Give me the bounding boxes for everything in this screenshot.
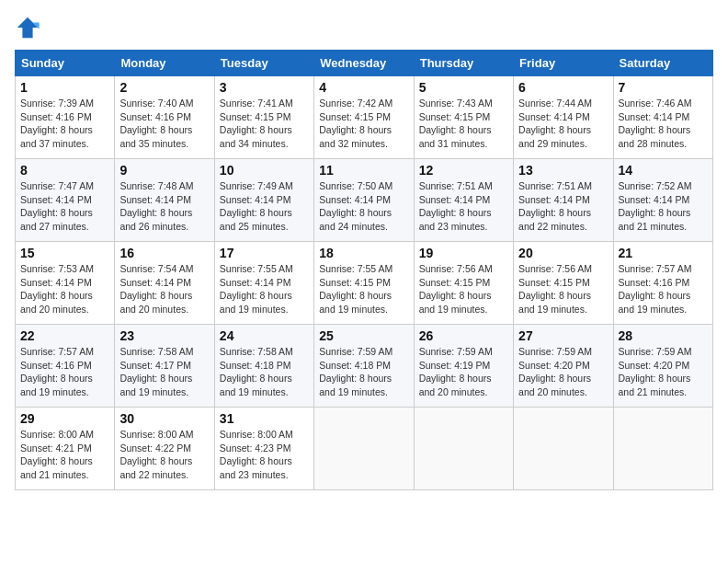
calendar-cell: 8Sunrise: 7:47 AMSunset: 4:14 PMDaylight… [16,159,115,242]
calendar-cell: 30Sunrise: 8:00 AMSunset: 4:22 PMDayligh… [115,408,214,490]
day-info: Sunrise: 7:54 AMSunset: 4:14 PMDaylight:… [119,262,209,316]
calendar-day-header: Thursday [414,51,513,76]
calendar-cell: 2Sunrise: 7:40 AMSunset: 4:16 PMDaylight… [115,76,214,159]
calendar-cell [314,408,414,490]
day-number: 10 [220,163,309,178]
day-info: Sunrise: 7:59 AMSunset: 4:18 PMDaylight:… [319,345,408,399]
day-number: 21 [619,246,708,260]
day-info: Sunrise: 7:51 AMSunset: 4:14 PMDaylight:… [518,179,608,234]
day-info: Sunrise: 7:49 AMSunset: 4:14 PMDaylight:… [220,179,309,234]
day-number: 23 [119,328,209,343]
day-info: Sunrise: 7:43 AMSunset: 4:15 PMDaylight:… [419,97,508,151]
calendar-week-row: 29Sunrise: 8:00 AMSunset: 4:21 PMDayligh… [16,408,713,490]
day-number: 28 [619,328,708,343]
day-number: 12 [419,163,508,178]
day-number: 2 [119,80,209,95]
calendar-day-header: Monday [115,51,214,76]
day-info: Sunrise: 7:55 AMSunset: 4:15 PMDaylight:… [319,262,408,316]
calendar-cell: 22Sunrise: 7:57 AMSunset: 4:16 PMDayligh… [16,325,115,408]
day-info: Sunrise: 7:50 AMSunset: 4:14 PMDaylight:… [319,179,408,234]
day-info: Sunrise: 7:44 AMSunset: 4:14 PMDaylight:… [518,97,608,151]
day-number: 13 [518,163,608,178]
day-info: Sunrise: 7:56 AMSunset: 4:15 PMDaylight:… [419,262,508,316]
day-info: Sunrise: 7:59 AMSunset: 4:20 PMDaylight:… [619,345,708,399]
calendar-cell: 21Sunrise: 7:57 AMSunset: 4:16 PMDayligh… [613,242,712,325]
day-info: Sunrise: 7:59 AMSunset: 4:19 PMDaylight:… [419,345,508,399]
day-number: 26 [419,328,508,343]
day-number: 31 [220,411,309,426]
calendar-cell [613,408,712,490]
logo [15,15,44,40]
day-number: 14 [619,163,708,178]
day-number: 20 [518,246,608,260]
calendar-cell: 27Sunrise: 7:59 AMSunset: 4:20 PMDayligh… [514,325,613,408]
calendar-cell: 14Sunrise: 7:52 AMSunset: 4:14 PMDayligh… [613,159,712,242]
day-info: Sunrise: 7:40 AMSunset: 4:16 PMDaylight:… [119,97,209,151]
calendar-cell: 10Sunrise: 7:49 AMSunset: 4:14 PMDayligh… [214,159,313,242]
calendar-cell [514,408,613,490]
calendar-week-row: 1Sunrise: 7:39 AMSunset: 4:16 PMDaylight… [16,76,713,159]
day-info: Sunrise: 8:00 AMSunset: 4:22 PMDaylight:… [119,428,209,482]
calendar-day-header: Friday [514,51,613,76]
day-info: Sunrise: 7:51 AMSunset: 4:14 PMDaylight:… [419,179,508,234]
calendar-cell: 5Sunrise: 7:43 AMSunset: 4:15 PMDaylight… [414,76,513,159]
day-info: Sunrise: 7:55 AMSunset: 4:14 PMDaylight:… [220,262,309,316]
calendar-cell: 9Sunrise: 7:48 AMSunset: 4:14 PMDaylight… [115,159,214,242]
calendar-week-row: 22Sunrise: 7:57 AMSunset: 4:16 PMDayligh… [16,325,713,408]
day-number: 9 [119,163,209,178]
calendar-cell: 16Sunrise: 7:54 AMSunset: 4:14 PMDayligh… [115,242,214,325]
day-info: Sunrise: 7:58 AMSunset: 4:17 PMDaylight:… [119,345,209,399]
calendar-week-row: 8Sunrise: 7:47 AMSunset: 4:14 PMDaylight… [16,159,713,242]
calendar-day-header: Sunday [16,51,115,76]
day-number: 16 [119,246,209,260]
calendar-cell: 19Sunrise: 7:56 AMSunset: 4:15 PMDayligh… [414,242,513,325]
calendar-table: SundayMondayTuesdayWednesdayThursdayFrid… [15,50,713,490]
calendar-cell: 28Sunrise: 7:59 AMSunset: 4:20 PMDayligh… [613,325,712,408]
calendar-header-row: SundayMondayTuesdayWednesdayThursdayFrid… [16,51,713,76]
day-number: 5 [419,80,508,95]
calendar-cell: 24Sunrise: 7:58 AMSunset: 4:18 PMDayligh… [214,325,313,408]
day-info: Sunrise: 7:52 AMSunset: 4:14 PMDaylight:… [619,179,708,234]
calendar-cell: 26Sunrise: 7:59 AMSunset: 4:19 PMDayligh… [414,325,513,408]
calendar-week-row: 15Sunrise: 7:53 AMSunset: 4:14 PMDayligh… [16,242,713,325]
calendar-cell: 3Sunrise: 7:41 AMSunset: 4:15 PMDaylight… [214,76,313,159]
day-number: 25 [319,328,408,343]
day-number: 4 [319,80,408,95]
day-info: Sunrise: 7:42 AMSunset: 4:15 PMDaylight:… [319,97,408,151]
calendar-cell: 18Sunrise: 7:55 AMSunset: 4:15 PMDayligh… [314,242,414,325]
calendar-cell: 31Sunrise: 8:00 AMSunset: 4:23 PMDayligh… [214,408,313,490]
day-number: 30 [119,411,209,426]
calendar-cell: 11Sunrise: 7:50 AMSunset: 4:14 PMDayligh… [314,159,414,242]
day-info: Sunrise: 8:00 AMSunset: 4:21 PMDaylight:… [20,428,109,482]
day-info: Sunrise: 8:00 AMSunset: 4:23 PMDaylight:… [220,428,309,482]
calendar-cell: 12Sunrise: 7:51 AMSunset: 4:14 PMDayligh… [414,159,513,242]
day-number: 17 [220,246,309,260]
day-info: Sunrise: 7:57 AMSunset: 4:16 PMDaylight:… [20,345,109,399]
day-number: 19 [419,246,508,260]
calendar-cell: 15Sunrise: 7:53 AMSunset: 4:14 PMDayligh… [16,242,115,325]
calendar-cell: 20Sunrise: 7:56 AMSunset: 4:15 PMDayligh… [514,242,613,325]
day-number: 8 [20,163,109,178]
calendar-cell: 23Sunrise: 7:58 AMSunset: 4:17 PMDayligh… [115,325,214,408]
calendar-cell [414,408,513,490]
day-number: 22 [20,328,109,343]
day-info: Sunrise: 7:46 AMSunset: 4:14 PMDaylight:… [619,97,708,151]
day-info: Sunrise: 7:41 AMSunset: 4:15 PMDaylight:… [220,97,309,151]
day-number: 7 [619,80,708,95]
calendar-cell: 17Sunrise: 7:55 AMSunset: 4:14 PMDayligh… [214,242,313,325]
calendar-day-header: Saturday [613,51,712,76]
day-number: 15 [20,246,109,260]
day-number: 27 [518,328,608,343]
day-number: 1 [20,80,109,95]
calendar-day-header: Tuesday [214,51,313,76]
calendar-day-header: Wednesday [314,51,414,76]
page-header [15,15,713,40]
day-number: 29 [20,411,109,426]
calendar-body: 1Sunrise: 7:39 AMSunset: 4:16 PMDaylight… [16,76,713,490]
day-info: Sunrise: 7:48 AMSunset: 4:14 PMDaylight:… [119,179,209,234]
calendar-cell: 6Sunrise: 7:44 AMSunset: 4:14 PMDaylight… [514,76,613,159]
calendar-cell: 4Sunrise: 7:42 AMSunset: 4:15 PMDaylight… [314,76,414,159]
calendar-cell: 1Sunrise: 7:39 AMSunset: 4:16 PMDaylight… [16,76,115,159]
day-info: Sunrise: 7:57 AMSunset: 4:16 PMDaylight:… [619,262,708,316]
calendar-cell: 7Sunrise: 7:46 AMSunset: 4:14 PMDaylight… [613,76,712,159]
